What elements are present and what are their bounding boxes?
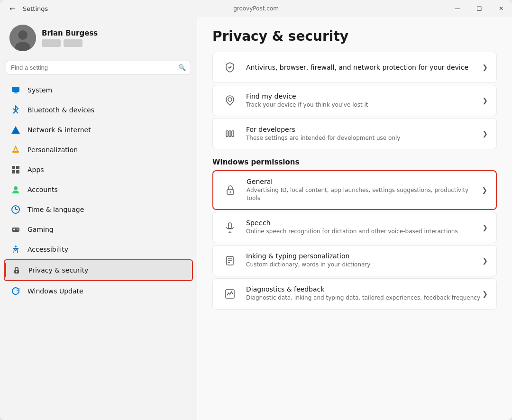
sidebar: Brian Burgess 🔍 System: [0, 17, 197, 420]
general-chevron: ❯: [482, 186, 487, 194]
settings-item-antivirus[interactable]: Antivirus, browser, firewall, and networ…: [212, 52, 497, 83]
settings-item-diagnostics[interactable]: Diagnostics & feedback Diagnostic data, …: [212, 278, 497, 310]
inking-desc: Custom dictionary, words in your diction…: [246, 261, 482, 269]
svg-rect-6: [12, 151, 19, 153]
back-button[interactable]: ←: [6, 2, 19, 15]
badge-2: [64, 39, 82, 47]
speech-chevron: ❯: [482, 224, 488, 231]
nav-label-gaming: Gaming: [27, 226, 54, 233]
nav-label-time: Time & language: [27, 206, 84, 213]
nav-accounts[interactable]: Accounts: [4, 180, 193, 200]
nav-label-update: Windows Update: [27, 287, 83, 295]
website-label: groovyPost.com: [233, 5, 279, 12]
general-desc: Advertising ID, local content, app launc…: [247, 186, 482, 202]
system-icon: [10, 85, 21, 95]
nav-apps[interactable]: Apps: [4, 160, 193, 180]
bluetooth-icon: [10, 105, 21, 115]
titlebar-title: Settings: [23, 5, 48, 12]
svg-point-31: [230, 191, 231, 192]
find-device-text: Find my device Track your device if you …: [246, 92, 482, 109]
minimize-button[interactable]: —: [447, 0, 468, 17]
close-button[interactable]: ✕: [490, 0, 512, 17]
nav-system[interactable]: System: [4, 80, 193, 100]
apps-icon: [10, 164, 21, 175]
user-info: Brian Burgess: [42, 29, 98, 47]
find-device-chevron: ❯: [482, 97, 488, 104]
diagnostics-desc: Diagnostic data, inking and typing data,…: [246, 294, 482, 302]
svg-point-23: [16, 271, 18, 273]
search-box[interactable]: 🔍: [6, 61, 191, 74]
find-device-desc: Track your device if you think you've lo…: [246, 101, 482, 109]
developers-icon: [221, 125, 238, 142]
svg-rect-28: [229, 131, 231, 137]
nav-label-system: System: [27, 86, 52, 94]
svg-point-18: [17, 228, 18, 229]
svg-line-25: [229, 66, 231, 68]
panel-header: Privacy & security: [197, 17, 512, 52]
developers-title: For developers: [246, 126, 482, 133]
maximize-button[interactable]: ❑: [468, 0, 490, 17]
svg-point-11: [14, 186, 18, 190]
user-badges: [42, 39, 98, 47]
nav-label-bluetooth: Bluetooth & devices: [27, 106, 94, 114]
settings-item-inking[interactable]: Inking & typing personalization Custom d…: [212, 245, 497, 276]
speech-title: Speech: [246, 219, 482, 227]
svg-rect-3: [12, 87, 19, 92]
accounts-icon: [10, 184, 21, 195]
nav-label-privacy: Privacy & security: [28, 266, 88, 274]
nav-label-personalization: Personalization: [27, 146, 78, 154]
nav-update[interactable]: Windows Update: [4, 281, 193, 301]
nav-network[interactable]: Network & internet: [4, 120, 193, 140]
nav-time[interactable]: Time & language: [4, 200, 193, 219]
settings-item-speech[interactable]: Speech Online speech recognition for dic…: [212, 212, 497, 243]
svg-rect-9: [12, 170, 15, 173]
inking-chevron: ❯: [482, 257, 488, 265]
titlebar-left: ← Settings: [6, 2, 48, 15]
developers-text: For developers These settings are intend…: [246, 126, 482, 142]
svg-rect-29: [232, 131, 234, 137]
update-icon: [10, 286, 21, 296]
find-device-icon: [221, 92, 238, 109]
speech-text: Speech Online speech recognition for dic…: [246, 219, 482, 236]
general-text: General Advertising ID, local content, a…: [247, 178, 482, 202]
svg-point-19: [18, 229, 18, 230]
nav-personalization[interactable]: Personalization: [4, 140, 193, 160]
search-input[interactable]: [11, 64, 175, 71]
accessibility-icon: [10, 244, 21, 255]
nav-privacy[interactable]: Privacy & security: [4, 259, 193, 281]
search-icon: 🔍: [178, 64, 186, 71]
settings-item-developers[interactable]: For developers These settings are intend…: [212, 118, 497, 149]
diagnostics-text: Diagnostics & feedback Diagnostic data, …: [246, 285, 482, 302]
find-device-title: Find my device: [246, 92, 482, 100]
panel-scrollable[interactable]: Antivirus, browser, firewall, and networ…: [197, 52, 512, 420]
settings-window: ← Settings groovyPost.com — ❑ ✕: [0, 0, 512, 420]
svg-point-26: [228, 98, 232, 101]
nav-gaming[interactable]: Gaming: [4, 219, 193, 239]
personalization-icon: [10, 145, 21, 155]
nav-label-network: Network & internet: [27, 126, 91, 134]
avatar: [9, 25, 36, 51]
settings-item-find-device[interactable]: Find my device Track your device if you …: [212, 85, 497, 116]
network-icon: [10, 125, 21, 135]
speech-icon: [221, 219, 238, 236]
nav-accessibility[interactable]: Accessibility: [4, 239, 193, 259]
developers-chevron: ❯: [482, 130, 488, 137]
inking-icon: [221, 252, 238, 269]
window-controls: — ❑ ✕: [447, 0, 512, 17]
developers-desc: These settings are intended for developm…: [246, 134, 482, 142]
antivirus-text: Antivirus, browser, firewall, and networ…: [246, 64, 482, 71]
nav-label-accounts: Accounts: [27, 186, 58, 193]
svg-rect-4: [14, 92, 18, 93]
svg-rect-7: [12, 166, 15, 169]
windows-permissions-heading: Windows permissions: [212, 158, 497, 166]
svg-point-1: [18, 30, 27, 40]
svg-rect-10: [16, 170, 19, 173]
privacy-icon: [11, 265, 22, 275]
antivirus-icon: [221, 59, 238, 76]
svg-point-20: [15, 246, 17, 247]
settings-item-general[interactable]: General Advertising ID, local content, a…: [212, 170, 497, 210]
nav-label-accessibility: Accessibility: [27, 246, 68, 253]
nav-bluetooth[interactable]: Bluetooth & devices: [4, 100, 193, 120]
right-panel: Privacy & security Antivirus, browser, f…: [197, 17, 512, 420]
page-title: Privacy & security: [212, 28, 497, 44]
